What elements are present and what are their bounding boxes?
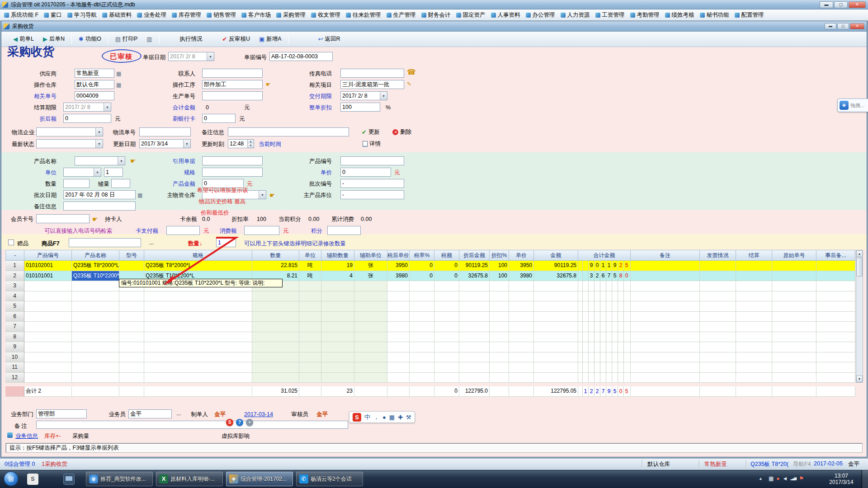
grid-cell[interactable] bbox=[816, 312, 855, 322]
logistics-company-select[interactable]: ▼ bbox=[36, 127, 103, 136]
print-button[interactable]: ▤打印P bbox=[111, 33, 142, 45]
lookup-grid-icon[interactable]: ▦ bbox=[116, 70, 121, 77]
grid-cell[interactable] bbox=[354, 291, 387, 302]
grid-cell[interactable] bbox=[816, 322, 855, 332]
menu-item[interactable]: 考勤管理 bbox=[627, 10, 662, 20]
batch-no-input[interactable]: - bbox=[340, 179, 404, 188]
grid-cell[interactable] bbox=[252, 322, 299, 332]
consume-input[interactable] bbox=[244, 226, 279, 235]
grid-cell[interactable] bbox=[119, 362, 144, 373]
menu-item[interactable]: 客户市场 bbox=[239, 10, 274, 20]
grid-cell[interactable] bbox=[816, 332, 855, 343]
scroll-down-icon[interactable]: ▼ bbox=[856, 375, 863, 382]
menu-item[interactable]: 收支管理 bbox=[308, 10, 343, 20]
tray-volume-icon[interactable]: ◄ bbox=[783, 475, 788, 482]
grid-cell[interactable] bbox=[700, 373, 736, 383]
grid-cell[interactable] bbox=[700, 301, 736, 312]
grid-cell[interactable] bbox=[354, 342, 387, 352]
grid-cell[interactable] bbox=[72, 281, 119, 291]
grid-cell[interactable] bbox=[299, 332, 321, 343]
grid-cell[interactable]: 0 bbox=[410, 261, 434, 271]
grid-cell[interactable] bbox=[144, 332, 252, 343]
grid-cell[interactable] bbox=[631, 301, 700, 312]
table-row[interactable]: 10 bbox=[5, 352, 856, 363]
ime-wrench-icon[interactable]: ⚒ bbox=[406, 414, 411, 421]
grid-cell[interactable] bbox=[534, 342, 578, 352]
grid-cell[interactable] bbox=[534, 312, 578, 322]
tray-alert-icon[interactable]: ● bbox=[776, 475, 779, 482]
grid-cell[interactable]: 23 bbox=[321, 386, 354, 397]
maximize-button[interactable]: ▢ bbox=[834, 1, 848, 8]
product-name-select[interactable]: ▼ bbox=[75, 156, 125, 165]
grid-cell[interactable] bbox=[434, 322, 459, 332]
menu-item[interactable]: 系统功能 F bbox=[1, 10, 41, 20]
dept-input[interactable]: 管理部 bbox=[36, 409, 87, 418]
card-pay-input[interactable] bbox=[166, 226, 200, 235]
grid-cell[interactable] bbox=[534, 373, 578, 383]
grid-cell[interactable] bbox=[434, 332, 459, 343]
grid-cell[interactable] bbox=[772, 386, 816, 397]
grid-cell[interactable] bbox=[144, 362, 252, 373]
column-header[interactable]: 折扣% bbox=[490, 250, 509, 261]
grid-cell[interactable] bbox=[459, 352, 490, 363]
grid-cell[interactable] bbox=[354, 322, 387, 332]
doc-no-input[interactable]: AB-17-02-08-0003 bbox=[269, 52, 333, 61]
close-button[interactable]: ✕ bbox=[849, 1, 866, 8]
dropdown-arrow-icon[interactable]: ▼ bbox=[183, 140, 190, 148]
grid-cell[interactable] bbox=[509, 322, 534, 332]
grid-cell[interactable] bbox=[816, 281, 855, 291]
grid-cell[interactable] bbox=[434, 301, 459, 312]
biz-info-link[interactable]: 业务信息 bbox=[15, 432, 38, 440]
grid-cell[interactable] bbox=[631, 261, 700, 271]
taskbar-button[interactable]: ❖综合管理-201702... bbox=[226, 472, 293, 486]
ime-bar[interactable]: S 中 ， ● ▦ ✚ ⚒ bbox=[349, 411, 415, 423]
column-header[interactable]: 单价 bbox=[509, 250, 534, 261]
scroll-up-icon[interactable]: ▲ bbox=[856, 250, 863, 257]
contact-input[interactable] bbox=[202, 69, 263, 78]
start-button[interactable]: ⊞ bbox=[4, 471, 19, 486]
grid-cell[interactable] bbox=[490, 386, 509, 397]
column-header[interactable]: 税率% bbox=[410, 250, 434, 261]
grid-cell[interactable] bbox=[534, 322, 578, 332]
grid-cell[interactable] bbox=[816, 301, 855, 312]
grid-cell[interactable] bbox=[631, 281, 700, 291]
grid-cell[interactable] bbox=[490, 342, 509, 352]
grid-cell[interactable] bbox=[509, 312, 534, 322]
grid-cell[interactable] bbox=[631, 312, 700, 322]
grid-cell[interactable] bbox=[459, 312, 490, 322]
grid-cell[interactable] bbox=[459, 342, 490, 352]
table-row[interactable]: 4 bbox=[5, 291, 856, 302]
row-number[interactable]: 11 bbox=[5, 362, 24, 373]
grid-cell[interactable] bbox=[144, 342, 252, 352]
menu-item[interactable]: 窗口 bbox=[41, 10, 65, 20]
menu-item[interactable]: 人事资料 bbox=[488, 10, 523, 20]
taskbar-button[interactable]: e推荐_商贸软件改... bbox=[86, 472, 153, 486]
grid-cell[interactable] bbox=[700, 322, 736, 332]
table-row[interactable]: 12 bbox=[5, 373, 856, 383]
grid-cell[interactable] bbox=[816, 342, 855, 352]
grid-cell[interactable] bbox=[119, 322, 144, 332]
grid-cell[interactable]: 90119.25 bbox=[459, 261, 490, 271]
grid-cell[interactable] bbox=[631, 362, 700, 373]
column-header[interactable]: 金额 bbox=[534, 250, 578, 261]
execution-status-button[interactable]: 执行情况 bbox=[175, 33, 207, 45]
grid-cell[interactable] bbox=[410, 373, 434, 383]
grid-cell[interactable] bbox=[144, 322, 252, 332]
scrollbar-thumb[interactable] bbox=[856, 258, 863, 277]
qty-input[interactable] bbox=[63, 179, 90, 188]
grid-cell[interactable] bbox=[700, 352, 736, 363]
column-header[interactable]: 型号 bbox=[119, 250, 144, 261]
grid-cell[interactable] bbox=[252, 352, 299, 363]
grid-cell[interactable] bbox=[387, 373, 410, 383]
show-desktop-button[interactable] bbox=[862, 470, 868, 488]
grid-cell[interactable]: 0 bbox=[410, 271, 434, 282]
grid-cell[interactable] bbox=[772, 373, 816, 383]
grid-cell[interactable]: 122795.0 bbox=[459, 386, 490, 397]
ime-punct-icon[interactable]: ， bbox=[373, 413, 379, 421]
grid-cell[interactable] bbox=[24, 281, 72, 291]
process-input[interactable]: 部件加工 bbox=[202, 80, 263, 89]
grid-cell[interactable] bbox=[252, 332, 299, 343]
menu-item[interactable]: 办公管理 bbox=[523, 10, 558, 20]
menu-item[interactable]: 销售管理 bbox=[204, 10, 239, 20]
grid-cell[interactable] bbox=[459, 362, 490, 373]
